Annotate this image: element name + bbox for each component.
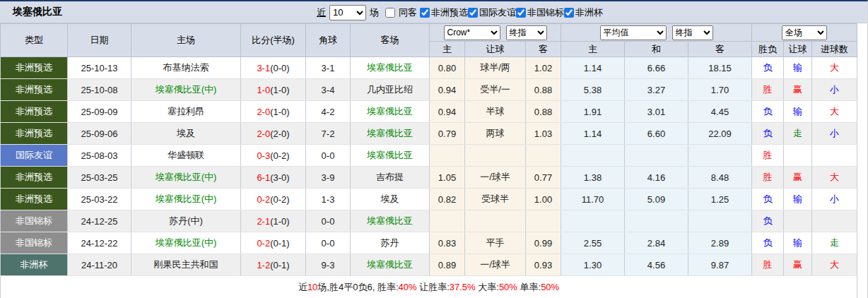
date-cell: 25-08-03 <box>68 145 131 167</box>
summary-win-rate: 40% <box>399 282 417 292</box>
away-team-cell: 埃及 <box>351 189 430 210</box>
friendly-checkbox[interactable] <box>468 8 478 18</box>
filter-label: 同客 <box>399 6 417 19</box>
match-type-badge: 非洲杯 <box>1 254 68 276</box>
let-result-cell: 走 <box>784 123 812 145</box>
let-away-odds: 0.88 <box>526 101 561 123</box>
goals-result-cell: 大 <box>812 254 857 276</box>
handicap-stage-select[interactable]: 终指 <box>506 25 547 40</box>
filter-controls: 近 10 场 同客 非洲预选 国际友谊 非国锦标 <box>317 1 603 23</box>
home-team-cell: 苏丹(中) <box>131 210 241 232</box>
result-cell: 负 <box>752 189 784 210</box>
let-away-odds: 0.77 <box>526 167 561 189</box>
summary-count: 10 <box>307 282 317 292</box>
let-result-cell: 输 <box>784 101 812 123</box>
euro-home-odds <box>561 145 625 167</box>
euro-draw-odds: 2.84 <box>625 232 688 254</box>
col-header-score: 比分(半场) <box>241 24 306 57</box>
summary-row: 近10场,胜4平0负6, 胜率:40% 让胜率:37.5% 大率:50% 单率:… <box>1 276 857 298</box>
let-result-cell <box>784 210 812 232</box>
chan-checkbox[interactable] <box>516 8 526 18</box>
goals-result-cell: 小 <box>812 79 857 101</box>
euro-draw-odds: 6.66 <box>625 57 688 79</box>
corner-cell: 4-2 <box>306 101 351 123</box>
goals-result-cell: 大 <box>812 167 857 189</box>
euro-home-odds: 5.38 <box>561 79 625 101</box>
filter-afcon[interactable]: 非洲杯 <box>564 6 603 19</box>
corner-cell: 1-3 <box>306 189 351 210</box>
match-type-badge: 非洲预选 <box>1 123 68 145</box>
same-away-checkbox[interactable] <box>385 8 395 18</box>
let-line <box>465 145 526 167</box>
filter-label: 非洲杯 <box>575 6 603 19</box>
goals-result-cell <box>812 145 857 167</box>
home-team-cell: 布基纳法索 <box>131 57 241 79</box>
corner-cell: 0-0 <box>306 210 351 232</box>
fulltime-score: 0-2 <box>257 238 270 249</box>
goals-result-cell: 大 <box>812 101 857 123</box>
let-away-odds: 1.00 <box>526 189 561 210</box>
euro-draw-odds: 4.56 <box>625 254 688 276</box>
page-title: 埃塞俄比亚 <box>13 6 62 18</box>
fulltime-score: 2-0 <box>257 107 270 117</box>
date-cell: 25-09-09 <box>68 101 131 123</box>
date-cell: 25-03-25 <box>68 167 131 189</box>
euro-home-odds: 1.91 <box>561 101 625 123</box>
filter-same-away[interactable]: 同客 <box>385 6 420 19</box>
euro-draw-odds <box>625 145 688 167</box>
col-header-home: 主场 <box>131 24 241 57</box>
corner-cell: 0-0 <box>306 145 351 167</box>
handicap-company-select[interactable]: Crow* <box>444 25 500 40</box>
let-home-odds: 0.94 <box>430 79 465 101</box>
fulltime-group-header: 全场 <box>752 24 857 42</box>
fulltime-score: 1-0 <box>257 85 270 95</box>
let-result-cell: 输 <box>784 57 812 79</box>
euro-home-odds: 11.70 <box>561 189 625 210</box>
table-row: 非国锦标 24-12-22 埃塞俄比亚(中) 0-2(0-1) 0-0 苏丹 0… <box>1 232 857 254</box>
euro-away-odds: 1.25 <box>688 189 752 210</box>
let-home-odds: 0.80 <box>430 57 465 79</box>
odds-company-select[interactable]: 平均值 <box>600 25 667 40</box>
table-row: 非国锦标 24-12-25 苏丹(中) 2-1(1-0) 0-0 埃塞俄比亚 负 <box>1 210 857 232</box>
result-cell: 胜 <box>752 79 784 101</box>
result-cell: 负 <box>752 210 784 232</box>
let-line: 受球半 <box>465 189 526 210</box>
match-type-badge: 非国锦标 <box>1 232 68 254</box>
summary-cell: 近10场,胜4平0负6, 胜率:40% 让胜率:37.5% 大率:50% 单率:… <box>1 276 857 298</box>
euro-away-odds: 2.89 <box>688 232 752 254</box>
afcon-checkbox[interactable] <box>564 8 574 18</box>
corner-cell: 3-4 <box>306 79 351 101</box>
match-type-badge: 国际友谊 <box>1 145 68 167</box>
filter-chan[interactable]: 非国锦标 <box>516 6 564 19</box>
let-line: 受半/一 <box>465 79 526 101</box>
filter-africa-qualifiers[interactable]: 非洲预选 <box>420 6 468 19</box>
subheader-odd-away: 客 <box>688 42 752 57</box>
home-team-cell: 塞拉利昂 <box>131 101 241 123</box>
filter-friendly[interactable]: 国际友谊 <box>468 6 516 19</box>
subheader-result: 胜负 <box>752 42 784 57</box>
goals-result-cell: 小 <box>812 123 857 145</box>
euro-away-odds: 4.45 <box>688 101 752 123</box>
let-away-odds: 0.88 <box>526 79 561 101</box>
summary-text: 近 <box>298 282 307 292</box>
let-line <box>465 210 526 232</box>
let-home-odds <box>430 145 465 167</box>
result-cell: 胜 <box>752 145 784 167</box>
date-cell: 25-10-13 <box>68 57 131 79</box>
fulltime-score: 0-3 <box>257 150 270 161</box>
corner-cell: 3-9 <box>306 167 351 189</box>
recent-link[interactable]: 近 <box>317 6 326 19</box>
fulltime-select[interactable]: 全场 <box>782 25 827 40</box>
table-row: 国际友谊 25-08-03 华盛顿联 0-3(0-2) 0-0 埃塞俄比亚 胜 <box>1 145 857 167</box>
odds-stage-select[interactable]: 终指 <box>672 25 713 40</box>
euro-home-odds: 1.14 <box>561 123 625 145</box>
away-team-cell: 几内亚比绍 <box>351 79 430 101</box>
let-line: 半球 <box>465 101 526 123</box>
match-count-select[interactable]: 10 <box>329 5 366 20</box>
let-home-odds: 0.79 <box>430 123 465 145</box>
subheader-goals: 进球数 <box>812 42 857 57</box>
score-cell: 1-0(1-0) <box>241 79 306 101</box>
halftime-score: (1-0) <box>270 85 289 95</box>
euro-away-odds: 18.15 <box>688 57 752 79</box>
africa-qualifiers-checkbox[interactable] <box>420 8 430 18</box>
